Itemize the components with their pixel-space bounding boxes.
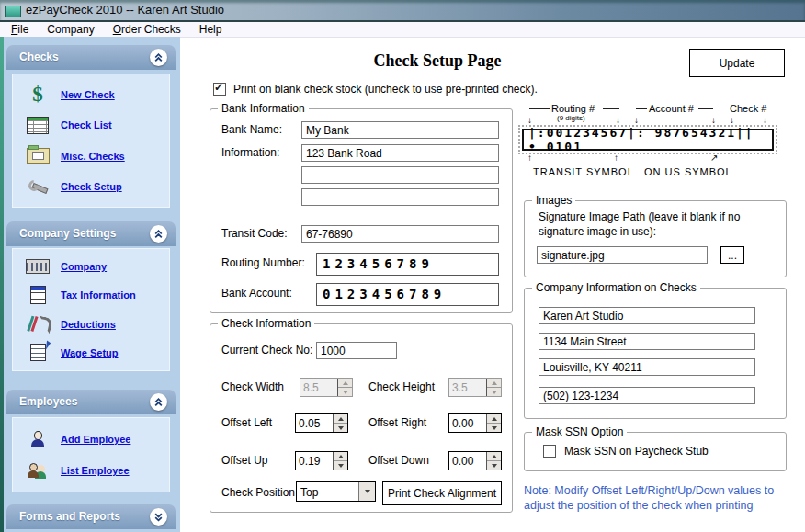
sidebar-item-tax-information[interactable]: Tax Information [13,284,169,306]
print-check-alignment-button[interactable]: Print Check Alignment [382,481,502,505]
transit-code-field[interactable]: 67-76890 [301,225,499,243]
arrow-down-icon: ↓ [634,116,639,125]
micr-routing-digits: 001234567 [547,126,628,140]
menu-file[interactable]: File [2,23,38,36]
menu-order-checks[interactable]: Order Checks [104,23,190,36]
bank-information-field-1[interactable]: 123 Bank Road [301,144,499,162]
sidebar-link[interactable]: Misc. Checks [61,151,125,162]
offset-left-value: 0.05 [296,414,333,432]
expand-chevron-down-icon[interactable] [150,508,167,526]
stepper-down-icon[interactable] [338,388,352,396]
stepper-up-icon[interactable] [334,452,347,461]
bank-information-field-3[interactable] [301,188,499,206]
sidebar-link[interactable]: Wage Setup [61,347,119,358]
offset-down-value: 0.00 [449,452,486,470]
browse-button[interactable]: ... [720,246,744,264]
diagram-line [698,108,713,109]
sidebar-link[interactable]: New Check [61,89,115,100]
mask-ssn-checkbox[interactable] [543,445,556,458]
menu-help[interactable]: Help [190,23,232,36]
company-name-field[interactable]: Karen Art Studio [539,307,755,324]
sidebar-section-employees-header[interactable]: Employees [6,390,176,414]
sidebar-link[interactable]: Check Setup [61,181,122,192]
check-position-select[interactable]: Top [296,481,376,502]
stepper-buttons[interactable] [486,414,501,432]
company-information-group-title: Company Information on Checks [532,281,700,294]
sidebar-section-company-settings-header[interactable]: Company Settings [6,221,176,246]
offset-up-stepper[interactable]: 0.19 [295,451,348,470]
stepper-down-icon[interactable] [487,461,501,470]
images-group-title: Images [532,194,575,207]
sidebar-item-misc-checks[interactable]: Misc. Checks [13,145,169,167]
sidebar-item-check-setup[interactable]: Check Setup [13,175,169,198]
sidebar-section-checks-title: Checks [19,51,59,63]
print-blank-stock-checkbox[interactable] [213,83,226,96]
arrow-down-icon: ↓ [616,116,620,125]
dropdown-arrow-icon[interactable] [358,482,375,501]
company-phone-field[interactable]: (502) 123-1234 [539,387,755,404]
stepper-down-icon[interactable] [334,424,347,432]
offset-down-stepper[interactable]: 0.00 [448,451,502,470]
stepper-down-icon[interactable] [487,388,501,396]
print-blank-stock-row: Print on blank check stock (uncheck to u… [213,83,538,96]
stepper-down-icon[interactable] [487,424,501,432]
app-window: ezPayCheck 2010 -- Karen Art Studio File… [0,0,805,532]
sidebar-section-forms-reports-header[interactable]: Forms and Reports [6,504,176,529]
stepper-buttons[interactable] [337,379,352,396]
sidebar-item-company[interactable]: Company [13,255,169,277]
current-check-no-field[interactable]: 1000 [316,342,397,359]
stepper-up-icon[interactable] [487,414,501,424]
collapse-chevron-up-icon[interactable] [150,393,167,411]
bank-name-field[interactable]: My Bank [301,121,499,139]
check-position-label: Check Position [221,486,295,499]
routing-number-field[interactable]: 123456789 [316,253,499,276]
sidebar-link[interactable]: Company [61,261,107,272]
sidebar-link[interactable]: Tax Information [61,289,136,300]
sidebar-link[interactable]: Deductions [61,319,116,330]
check-list-icon [26,114,50,136]
dollar-icon: $ [26,84,50,106]
offset-left-label: Offset Left [221,416,272,429]
company-street-field[interactable]: 1134 Main Street [539,333,755,350]
sidebar-item-new-check[interactable]: $ New Check [13,84,169,106]
stepper-down-icon[interactable] [334,461,347,470]
check-height-stepper[interactable]: 3.5 [448,378,502,397]
stepper-buttons[interactable] [333,452,347,470]
stepper-up-icon[interactable] [338,379,352,388]
sidebar-link[interactable]: Add Employee [61,434,130,445]
stepper-buttons[interactable] [486,452,501,470]
stepper-buttons[interactable] [333,414,347,432]
sidebar-item-wage-setup[interactable]: Wage Setup [13,342,169,364]
bank-information-field-2[interactable] [301,166,499,184]
offset-left-stepper[interactable]: 0.05 [295,413,348,433]
stepper-up-icon[interactable] [334,414,347,424]
building-icon [26,255,50,277]
sidebar-item-add-employee[interactable]: Add Employee [13,428,169,450]
sidebar-item-check-list[interactable]: Check List [13,114,169,136]
stepper-buttons[interactable] [486,379,501,396]
sidebar-link[interactable]: List Employee [61,465,130,476]
stepper-up-icon[interactable] [487,452,501,461]
collapse-chevron-up-icon[interactable] [150,225,167,243]
diagram-line [529,108,550,109]
arrow-up-icon: ↑ [614,153,618,163]
routing-number-label: Routing Number: [221,256,305,269]
micr-sample-diagram: Routing # (9 digits) Account # Check # ↓… [522,101,788,186]
sidebar-link[interactable]: Check List [61,119,112,130]
update-button[interactable]: Update [689,49,785,77]
company-city-field[interactable]: Louisville, KY 40211 [539,358,755,376]
sidebar-item-list-employee[interactable]: List Employee [13,459,169,481]
signature-path-label: Signature Image Path (leave it blank if … [539,210,768,239]
stepper-up-icon[interactable] [487,379,501,388]
sidebar-item-deductions[interactable]: Deductions [13,313,169,335]
person-icon [26,428,50,450]
mask-ssn-group: Mask SSN Option Mask SSN on Paycheck Stu… [524,432,787,471]
collapse-chevron-up-icon[interactable] [150,49,167,66]
offset-right-stepper[interactable]: 0.00 [448,413,502,433]
check-width-stepper[interactable]: 8.5 [300,378,353,397]
signature-path-field[interactable]: signature.jpg [537,246,708,264]
bank-account-field[interactable]: 0123456789 [316,283,499,306]
check-height-value: 3.5 [449,379,486,396]
sidebar-section-checks-header[interactable]: Checks [6,45,176,70]
menu-company[interactable]: Company [38,23,103,36]
